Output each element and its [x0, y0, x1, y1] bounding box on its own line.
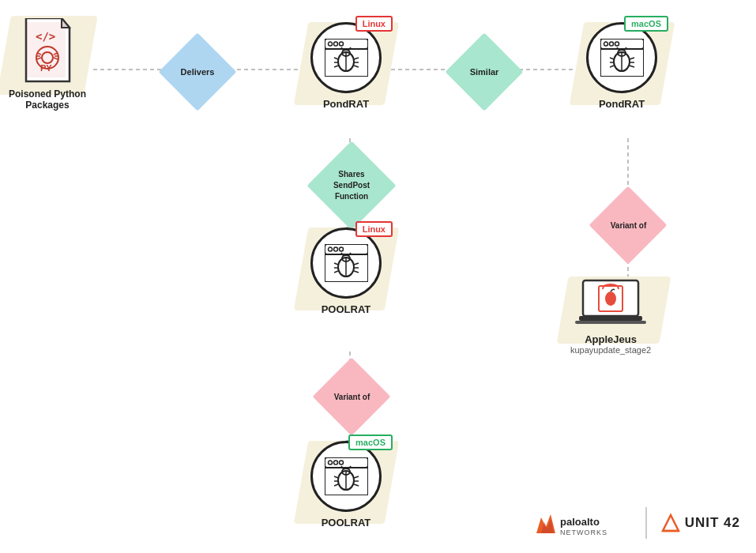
- applejeus-sublabel: kupayupdate_stage2: [570, 345, 651, 355]
- poolrat-linux-browser: [325, 244, 368, 282]
- pondrat-macos-browser: [600, 39, 644, 77]
- similar-diamond-node: Similar: [457, 44, 512, 100]
- poolrat-macos-circle: [310, 441, 382, 512]
- svg-text:NETWORKS: NETWORKS: [560, 529, 607, 536]
- pondrat-macos-icon-wrap: macOS: [586, 22, 657, 93]
- svg-text:</>: </>: [36, 30, 55, 43]
- poolrat-macos-browser: [325, 457, 368, 495]
- svg-rect-97: [579, 316, 642, 321]
- applejeus-icon-wrap: [575, 276, 646, 332]
- pondrat-macos-circle: [586, 22, 657, 93]
- unit42-icon: [660, 512, 682, 534]
- poolrat-linux-node: Linux POOLRAT: [310, 228, 382, 315]
- svg-point-96: [605, 292, 616, 306]
- shares-label: SharesSendPostFunction: [333, 169, 370, 202]
- pondrat-macos-node: macOS PondRAT: [586, 22, 657, 110]
- poolrat-linux-icon-wrap: Linux: [310, 228, 382, 299]
- svg-text:PY: PY: [40, 63, 52, 73]
- similar-label: Similar: [470, 67, 499, 77]
- applejeus-label: AppleJeus: [585, 333, 637, 345]
- pondrat-linux-label: PondRAT: [323, 98, 369, 110]
- pondrat-macos-badge: macOS: [624, 16, 668, 32]
- svg-text:paloalto: paloalto: [560, 516, 600, 528]
- applejeus-laptop-icon: [575, 276, 646, 332]
- poolrat-linux-label: POOLRAT: [322, 303, 371, 315]
- delivers-diamond-node: Delivers: [170, 44, 225, 100]
- footer: paloalto NETWORKS UNIT 42: [530, 507, 740, 539]
- pondrat-linux-icon-wrap: Linux: [310, 22, 382, 93]
- poolrat-linux-badge: Linux: [355, 221, 393, 237]
- pondrat-macos-label: PondRAT: [599, 98, 645, 110]
- svg-rect-30: [325, 39, 368, 49]
- variantof2-label: Variant of: [611, 221, 647, 230]
- svg-rect-62: [325, 244, 368, 254]
- pondrat-linux-node: Linux PondRAT: [310, 22, 382, 110]
- poolrat-macos-badge: macOS: [348, 434, 393, 450]
- py-file-icon: </> PY: [18, 18, 77, 85]
- footer-divider: [645, 507, 647, 539]
- poolrat-macos-icon-wrap: macOS: [310, 441, 382, 512]
- pondrat-linux-browser: [325, 39, 368, 77]
- shares-diamond-node: SharesSendPostFunction: [316, 154, 387, 217]
- applejeus-node: AppleJeus kupayupdate_stage2: [570, 276, 651, 355]
- paloalto-networks-logo: paloalto NETWORKS: [530, 510, 633, 537]
- unit42-logo: UNIT 42: [660, 512, 740, 534]
- pondrat-linux-circle: [310, 22, 382, 93]
- poisoned-packages-node: </> PY Poisoned Python Packages: [8, 16, 87, 111]
- poolrat-linux-circle: [310, 228, 382, 299]
- py-icon-wrap: </> PY: [16, 16, 79, 87]
- poolrat-macos-label: POOLRAT: [322, 517, 371, 529]
- delivers-label: Delivers: [181, 67, 215, 77]
- variantof1-diamond-node: Variant of: [322, 367, 382, 427]
- variantof2-diamond-node: Variant of: [599, 196, 658, 255]
- poolrat-macos-node: macOS POOLRAT: [310, 441, 382, 529]
- pondrat-linux-badge: Linux: [355, 16, 393, 32]
- svg-rect-46: [600, 39, 644, 49]
- variantof1-label: Variant of: [334, 393, 370, 401]
- paloalto-logo: paloalto NETWORKS: [530, 510, 633, 537]
- svg-rect-78: [325, 457, 368, 468]
- diagram-container: </> PY Poisoned Python Packages Delivers: [0, 0, 756, 553]
- unit42-text: UNIT 42: [685, 515, 740, 531]
- svg-rect-98: [575, 321, 646, 324]
- poisoned-packages-label: Poisoned Python Packages: [8, 88, 87, 111]
